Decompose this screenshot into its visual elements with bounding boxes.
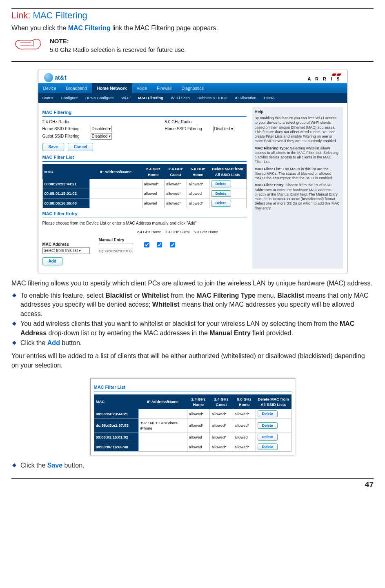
subtab-wifi-scan[interactable]: Wi-Fi Scan — [171, 96, 189, 100]
note-block: NOTE: 5.0 Ghz Radio selection is reserve… — [14, 37, 374, 54]
subtab-wifi[interactable]: Wi-Fi — [121, 96, 130, 100]
section-mac-filter-entry: MAC Filter Entry — [42, 211, 247, 218]
table-row: 00:08:01:15:01:02 allowed allowed* allow… — [94, 432, 291, 442]
home-ssid-24-select[interactable]: Disabled ▾ — [91, 126, 112, 132]
tab-diagnostics[interactable]: Diagnostics — [176, 83, 208, 94]
subtab-hpna[interactable]: HPNA — [264, 96, 274, 100]
manual-entry-input[interactable] — [99, 243, 133, 249]
cb-50-home[interactable] — [170, 242, 175, 247]
page-number: 47 — [365, 480, 374, 489]
help-panel: Help By enabling this feature you can li… — [252, 107, 343, 269]
list-item: To enable this feature, select Blacklist… — [20, 291, 374, 318]
tab-voice[interactable]: Voice — [132, 83, 152, 94]
heading-title: MAC Filtering — [33, 10, 87, 20]
list-item: You add wireless clients that you want t… — [20, 319, 374, 338]
mac-filtering-link-text: MAC Filtering — [68, 24, 111, 31]
add-button[interactable]: Add — [42, 257, 62, 265]
subtab-status[interactable]: Status — [42, 96, 53, 100]
table-row: 00:08:06:16:65:48 allowed allowed* allow… — [42, 198, 246, 208]
save-link-text: Save — [47, 462, 62, 469]
subtab-ip-allocation[interactable]: IP Allocation — [235, 96, 256, 100]
arris-logo: ▰▰ A R R I S — [307, 73, 341, 82]
bullet-list-2: Click the Save button. — [11, 461, 374, 470]
att-globe-icon — [44, 73, 53, 82]
intro-paragraph: When you click the MAC Filtering link th… — [11, 24, 374, 33]
filter-list-screenshot: MAC Filter List MAC IP Address/Name 2.4 … — [90, 378, 295, 455]
subtab-hpna-configure[interactable]: HPNA Configure — [85, 96, 114, 100]
filter-entry-instruction: Please choose from the Device List or en… — [42, 220, 247, 226]
table-row: 00:08:24:23:44:21 allowed* allowed* allo… — [94, 409, 291, 419]
guest-ssid-select[interactable]: Disabled ▾ — [91, 133, 112, 140]
table-row: 00:08:24:23:44:21 allowed* allowed* allo… — [42, 179, 246, 189]
section-mac-filtering: MAC Filtering — [42, 109, 247, 117]
add-link-text: Add — [47, 339, 60, 346]
section-mac-filter-list-2: MAC Filter List — [94, 384, 292, 392]
page-footer: 47 — [11, 478, 374, 490]
tab-firewall[interactable]: Firewall — [152, 83, 176, 94]
bullet-list: To enable this feature, select Blacklist… — [11, 291, 374, 347]
note-body: 5.0 Ghz Radio selection is reserved for … — [50, 45, 374, 54]
tab-broadband[interactable]: Broadband — [61, 83, 92, 94]
tab-device[interactable]: Device — [38, 83, 61, 94]
tab-home-network[interactable]: Home Network — [92, 83, 132, 94]
subtab-subnets-dhcp[interactable]: Subnets & DHCP — [198, 96, 227, 100]
delete-button[interactable]: Delete — [258, 422, 278, 429]
table-row: dc:86:d8:e1:67:83 192.168.1.147/Brians-i… — [94, 419, 291, 432]
body-paragraph-2: Your entries will be added to a list of … — [11, 352, 374, 370]
list-item: Click the Add button. — [20, 339, 374, 347]
delete-button[interactable]: Delete — [211, 200, 231, 207]
main-tabs: Device Broadband Home Network Voice Fire… — [38, 83, 347, 94]
subtab-mac-filtering[interactable]: MAC Filtering — [138, 96, 163, 100]
router-ui-screenshot: at&t ▰▰ A R R I S Device Broadband Home … — [38, 70, 347, 273]
cancel-button[interactable]: Cancel — [68, 143, 93, 151]
heading-prefix: Link: — [11, 10, 30, 20]
table-row: 00:08:06:16:65:48 allowed allowed* allow… — [94, 442, 291, 452]
note-label: NOTE: — [50, 37, 374, 45]
home-ssid-50-select[interactable]: Disabled ▾ — [213, 126, 235, 132]
page-heading: Link: MAC Filtering — [11, 9, 374, 22]
delete-button[interactable]: Delete — [211, 190, 231, 197]
table-row: 00:08:01:15:01:02 allowed allowed* allow… — [42, 189, 246, 198]
subtab-configure[interactable]: Configure — [61, 96, 78, 100]
delete-button[interactable]: Delete — [258, 410, 278, 417]
delete-button[interactable]: Delete — [258, 434, 278, 441]
mac-filter-table: MAC IP Address/Name 2.4 GHz Home 2.4 GHz… — [42, 164, 247, 208]
list-item: Click the Save button. — [20, 461, 374, 470]
pointing-hand-icon — [14, 37, 42, 51]
att-logo: at&t — [44, 73, 67, 82]
mac-filter-table-2: MAC IP Address/Name 2.4 GHz Home 2.4 GHz… — [94, 394, 292, 452]
section-mac-filter-list: MAC Filter List — [42, 154, 247, 162]
mac-address-select[interactable]: Select from this list ▾ — [42, 247, 90, 254]
save-button[interactable]: Save — [42, 143, 64, 151]
delete-button[interactable]: Delete — [211, 180, 231, 187]
body-paragraph-1: MAC filtering allows you to specify whic… — [11, 279, 374, 288]
cb-24-guest[interactable] — [157, 242, 162, 247]
delete-button[interactable]: Delete — [258, 443, 278, 450]
sub-tabs: Status Configure HPNA Configure Wi-Fi MA… — [38, 93, 347, 102]
cb-24-home[interactable] — [144, 242, 149, 247]
